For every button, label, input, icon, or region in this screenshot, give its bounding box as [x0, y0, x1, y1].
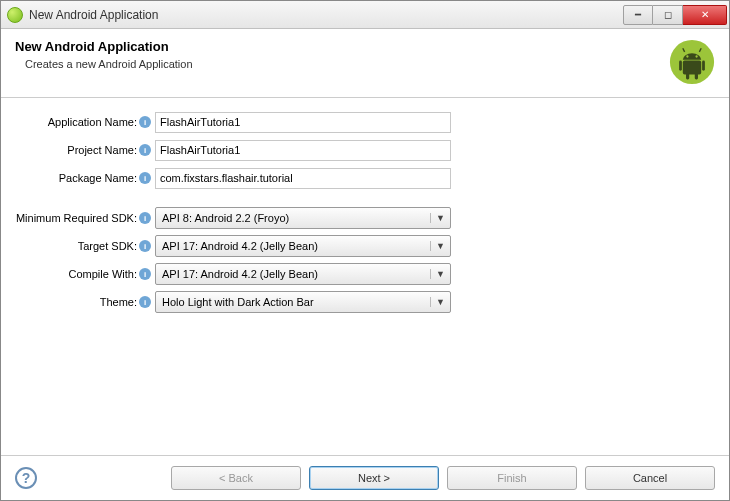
chevron-down-icon: ▼	[430, 241, 446, 251]
svg-rect-5	[683, 61, 701, 75]
next-button[interactable]: Next >	[309, 466, 439, 490]
label-theme: Theme:	[11, 296, 137, 308]
dialog-window: New Android Application ━ ◻ ✕ New Androi…	[0, 0, 730, 501]
label-compile-with: Compile With:	[11, 268, 137, 280]
row-project-name: Project Name: i	[11, 138, 719, 162]
compile-with-select[interactable]: API 17: Android 4.2 (Jelly Bean) ▼	[155, 263, 451, 285]
info-icon[interactable]: i	[139, 212, 151, 224]
page-title: New Android Application	[15, 39, 661, 54]
package-name-input[interactable]	[155, 168, 451, 189]
info-icon[interactable]: i	[139, 296, 151, 308]
label-project-name: Project Name:	[11, 144, 137, 156]
titlebar: New Android Application ━ ◻ ✕	[1, 1, 729, 29]
wizard-footer: ? < Back Next > Finish Cancel	[1, 455, 729, 500]
app-icon	[7, 7, 23, 23]
window-title: New Android Application	[29, 8, 623, 22]
maximize-button[interactable]: ◻	[653, 5, 683, 25]
android-logo-icon	[669, 39, 715, 85]
close-button[interactable]: ✕	[683, 5, 727, 25]
wizard-header: New Android Application Creates a new An…	[1, 29, 729, 98]
svg-point-4	[695, 55, 697, 57]
row-target-sdk: Target SDK: i API 17: Android 4.2 (Jelly…	[11, 234, 719, 258]
svg-rect-9	[695, 73, 698, 79]
target-sdk-value: API 17: Android 4.2 (Jelly Bean)	[162, 240, 430, 252]
project-name-input[interactable]	[155, 140, 451, 161]
chevron-down-icon: ▼	[430, 213, 446, 223]
chevron-down-icon: ▼	[430, 269, 446, 279]
window-controls: ━ ◻ ✕	[623, 5, 727, 25]
info-icon[interactable]: i	[139, 172, 151, 184]
finish-button[interactable]: Finish	[447, 466, 577, 490]
header-text: New Android Application Creates a new An…	[15, 39, 661, 70]
svg-rect-8	[686, 73, 689, 79]
help-icon[interactable]: ?	[15, 467, 37, 489]
row-app-name: Application Name: i	[11, 110, 719, 134]
theme-select[interactable]: Holo Light with Dark Action Bar ▼	[155, 291, 451, 313]
form-area: Application Name: i Project Name: i Pack…	[1, 98, 729, 455]
row-theme: Theme: i Holo Light with Dark Action Bar…	[11, 290, 719, 314]
chevron-down-icon: ▼	[430, 297, 446, 307]
svg-point-3	[686, 55, 688, 57]
svg-rect-6	[679, 61, 682, 71]
label-app-name: Application Name:	[11, 116, 137, 128]
min-sdk-select[interactable]: API 8: Android 2.2 (Froyo) ▼	[155, 207, 451, 229]
theme-value: Holo Light with Dark Action Bar	[162, 296, 430, 308]
app-name-input[interactable]	[155, 112, 451, 133]
row-min-sdk: Minimum Required SDK: i API 8: Android 2…	[11, 206, 719, 230]
label-min-sdk: Minimum Required SDK:	[11, 212, 137, 224]
label-package-name: Package Name:	[11, 172, 137, 184]
min-sdk-value: API 8: Android 2.2 (Froyo)	[162, 212, 430, 224]
minimize-button[interactable]: ━	[623, 5, 653, 25]
svg-rect-7	[702, 61, 705, 71]
info-icon[interactable]: i	[139, 240, 151, 252]
target-sdk-select[interactable]: API 17: Android 4.2 (Jelly Bean) ▼	[155, 235, 451, 257]
page-subtitle: Creates a new Android Application	[25, 58, 661, 70]
row-package-name: Package Name: i	[11, 166, 719, 190]
info-icon[interactable]: i	[139, 144, 151, 156]
info-icon[interactable]: i	[139, 116, 151, 128]
back-button[interactable]: < Back	[171, 466, 301, 490]
row-compile-with: Compile With: i API 17: Android 4.2 (Jel…	[11, 262, 719, 286]
cancel-button[interactable]: Cancel	[585, 466, 715, 490]
compile-with-value: API 17: Android 4.2 (Jelly Bean)	[162, 268, 430, 280]
label-target-sdk: Target SDK:	[11, 240, 137, 252]
info-icon[interactable]: i	[139, 268, 151, 280]
